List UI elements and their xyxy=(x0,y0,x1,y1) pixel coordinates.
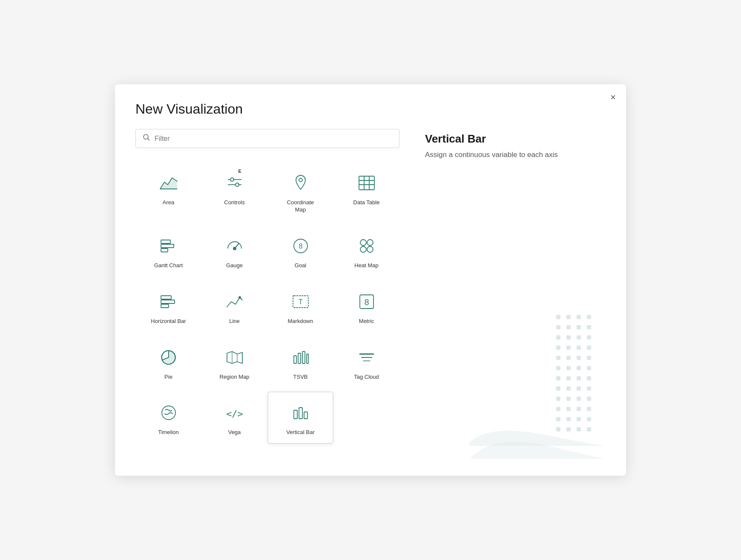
modal-title: New Visualization xyxy=(135,101,606,117)
viz-item-gantt-chart[interactable]: Gantt Chart xyxy=(135,225,201,277)
svg-rect-46 xyxy=(299,408,302,419)
search-input[interactable] xyxy=(155,135,392,143)
tsvb-icon xyxy=(289,346,313,369)
controls-label: Controls xyxy=(224,199,244,206)
gauge-label: Gauge xyxy=(226,262,243,269)
svg-rect-9 xyxy=(359,176,374,190)
viz-item-heat-map[interactable]: Heat Map xyxy=(333,225,399,277)
viz-item-controls[interactable]: E Controls xyxy=(201,162,267,221)
area-icon xyxy=(157,171,181,195)
viz-item-coordinate-map[interactable]: CoordinateMap xyxy=(267,162,333,221)
tsvb-label: TSVB xyxy=(293,374,308,381)
horizontal-bar-icon xyxy=(157,290,181,314)
viz-item-markdown[interactable]: T Markdown xyxy=(267,280,333,333)
svg-point-22 xyxy=(367,240,373,246)
svg-rect-37 xyxy=(298,353,301,363)
svg-rect-27 xyxy=(161,304,169,308)
heat-map-icon xyxy=(355,234,379,258)
viz-item-vega[interactable]: </> Vega xyxy=(201,391,267,444)
svg-point-24 xyxy=(367,246,373,252)
svg-rect-36 xyxy=(294,356,296,363)
svg-rect-14 xyxy=(161,240,170,243)
region-map-label: Region Map xyxy=(219,374,249,381)
svg-rect-45 xyxy=(294,410,297,419)
viz-item-data-table[interactable]: Data Table xyxy=(333,162,399,221)
timelion-icon xyxy=(157,401,181,425)
svg-rect-47 xyxy=(304,412,307,419)
svg-point-21 xyxy=(360,240,366,246)
gantt-chart-icon xyxy=(157,234,181,258)
viz-item-goal[interactable]: 8 Goal xyxy=(267,225,333,277)
right-panel: Vertical Bar Assign a continuous variabl… xyxy=(399,129,606,459)
viz-item-tsvb[interactable]: TSVB xyxy=(267,336,333,389)
gauge-icon xyxy=(223,234,247,258)
metric-icon: 8 xyxy=(355,290,379,314)
svg-point-0 xyxy=(144,134,148,139)
line-label: Line xyxy=(229,318,240,325)
svg-text:8: 8 xyxy=(364,297,369,307)
pie-icon xyxy=(157,346,181,369)
region-map-icon xyxy=(223,346,247,369)
metric-label: Metric xyxy=(359,318,374,325)
close-button[interactable]: × xyxy=(610,93,616,102)
viz-item-vertical-bar[interactable]: Vertical Bar xyxy=(267,391,333,444)
svg-point-43 xyxy=(162,406,175,420)
svg-text:8: 8 xyxy=(299,243,302,250)
viz-grid: Area E Controls CoordinateMap xyxy=(135,162,399,444)
gantt-chart-label: Gantt Chart xyxy=(154,262,183,269)
pie-label: Pie xyxy=(164,374,172,381)
coordinate-map-icon xyxy=(289,171,313,195)
search-box xyxy=(135,129,399,148)
viz-detail-description: Assign a continuous variable to each axi… xyxy=(425,151,606,159)
svg-rect-39 xyxy=(307,354,308,363)
tag-cloud-icon xyxy=(355,346,379,369)
svg-point-7 xyxy=(236,183,239,186)
svg-point-5 xyxy=(230,178,234,181)
viz-detail-title: Vertical Bar xyxy=(425,132,606,146)
left-panel: Area E Controls CoordinateMap xyxy=(135,129,399,459)
modal-body: Area E Controls CoordinateMap xyxy=(135,129,606,459)
svg-point-23 xyxy=(360,246,366,252)
coordinate-map-label: CoordinateMap xyxy=(287,199,314,214)
viz-item-region-map[interactable]: Region Map xyxy=(201,336,267,389)
svg-rect-25 xyxy=(161,296,171,299)
viz-item-horizontal-bar[interactable]: Horizontal Bar xyxy=(135,280,201,333)
area-label: Area xyxy=(163,199,174,206)
svg-rect-16 xyxy=(161,249,168,252)
viz-item-timelion[interactable]: Timelion xyxy=(135,391,201,444)
timelion-label: Timelion xyxy=(158,429,179,436)
svg-rect-26 xyxy=(161,300,175,303)
svg-rect-15 xyxy=(161,244,174,248)
viz-item-tag-cloud[interactable]: Tag Cloud xyxy=(333,336,399,389)
svg-point-28 xyxy=(238,296,241,299)
svg-text:</>: </> xyxy=(226,409,243,419)
viz-item-pie[interactable]: Pie xyxy=(135,336,201,389)
svg-point-8 xyxy=(299,178,302,182)
data-table-icon xyxy=(355,171,379,195)
vega-label: Vega xyxy=(228,429,241,436)
svg-point-18 xyxy=(233,247,236,250)
viz-item-line[interactable]: Line xyxy=(201,280,267,333)
controls-icon xyxy=(223,171,247,195)
svg-line-1 xyxy=(148,139,150,141)
goal-icon: 8 xyxy=(289,234,313,258)
controls-badge: E xyxy=(238,169,241,174)
viz-item-gauge[interactable]: Gauge xyxy=(201,225,267,277)
tag-cloud-label: Tag Cloud xyxy=(354,374,379,381)
markdown-label: Markdown xyxy=(288,318,313,325)
data-table-label: Data Table xyxy=(353,199,380,206)
vertical-bar-label: Vertical Bar xyxy=(286,429,314,436)
goal-label: Goal xyxy=(295,262,306,269)
vega-icon: </> xyxy=(223,401,247,425)
vertical-bar-icon xyxy=(289,401,313,425)
svg-rect-38 xyxy=(302,351,305,363)
search-icon xyxy=(143,134,150,143)
svg-text:T: T xyxy=(299,298,303,306)
viz-item-metric[interactable]: 8 Metric xyxy=(333,280,399,333)
heat-map-label: Heat Map xyxy=(354,262,378,269)
markdown-icon: T xyxy=(289,290,313,314)
line-icon xyxy=(223,290,247,314)
viz-item-area[interactable]: Area xyxy=(135,162,201,221)
dots-decoration xyxy=(554,313,593,433)
new-visualization-modal: × New Visualization Area xyxy=(115,84,626,476)
